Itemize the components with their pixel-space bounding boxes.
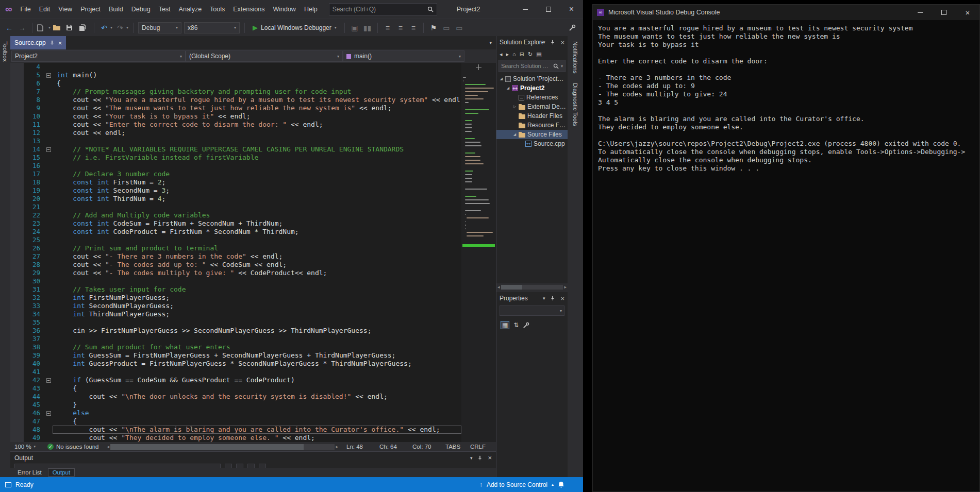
solution-configuration-dropdown[interactable]: Debug ▾ xyxy=(138,22,181,33)
zoom-control[interactable]: 100 % ▾ xyxy=(14,444,44,450)
tree-expander-icon[interactable]: ◢ xyxy=(505,86,511,90)
menu-debug[interactable]: Debug xyxy=(127,4,155,15)
pin-icon[interactable] xyxy=(550,296,555,301)
navigate-bookmarks-icon[interactable]: ≡ xyxy=(395,24,406,32)
code-line-35[interactable]: 35 xyxy=(10,318,461,327)
code-line-6[interactable]: 6{ xyxy=(10,79,461,88)
properties-header[interactable]: Properties ▾ × xyxy=(496,292,568,304)
code-line-5[interactable]: 5−int main() xyxy=(10,71,461,79)
break-all-icon[interactable]: ▮▮ xyxy=(362,24,373,32)
chevron-down-icon[interactable]: ▾ xyxy=(543,40,545,45)
nav-scope-dropdown[interactable]: (Global Scope) ▾ xyxy=(186,50,343,62)
show-output-from-dropdown[interactable] xyxy=(14,464,221,468)
navigate-forward-icon[interactable]: → xyxy=(17,24,27,32)
tree-item-source-files[interactable]: ◢Source Files xyxy=(496,130,568,139)
console-output[interactable]: You are a masterful rogue hired by a mus… xyxy=(593,20,979,491)
close-icon[interactable]: × xyxy=(560,295,564,302)
close-button[interactable]: × xyxy=(560,0,583,19)
menu-tools[interactable]: Tools xyxy=(206,4,229,15)
home-icon[interactable]: ⌂ xyxy=(512,51,516,57)
code-line-27[interactable]: 27 cout << "- There are 3 numbers in the… xyxy=(10,252,461,261)
tree-item-header-files[interactable]: Header Files xyxy=(496,111,568,121)
show-all-files-icon[interactable]: ▤ xyxy=(536,51,541,58)
fold-collapse-icon[interactable]: − xyxy=(46,411,51,416)
output-tool-icon[interactable] xyxy=(259,464,266,468)
minimap-scrollbar[interactable] xyxy=(461,63,496,442)
output-tool-icon[interactable] xyxy=(236,464,243,468)
pin-icon[interactable] xyxy=(49,40,55,45)
code-line-28[interactable]: 28 cout << "- The codes add up to: " << … xyxy=(10,261,461,269)
code-line-43[interactable]: 43 { xyxy=(10,384,461,393)
fold-collapse-icon[interactable]: − xyxy=(46,147,51,152)
tree-item-references[interactable]: References xyxy=(496,93,568,102)
issues-indicator[interactable]: ✓ No issues found xyxy=(47,444,98,450)
bottom-tab-output[interactable]: Output xyxy=(48,468,75,477)
code-line-13[interactable]: 13 xyxy=(10,137,461,145)
find-in-files-icon[interactable]: ≡ xyxy=(383,24,393,32)
output-panel-header[interactable]: Output ▾ × xyxy=(10,451,496,464)
chevron-down-icon[interactable]: ▾ xyxy=(561,64,563,69)
console-minimize-button[interactable] xyxy=(908,5,932,20)
menu-analyze[interactable]: Analyze xyxy=(175,4,206,15)
chevron-down-icon[interactable]: ▾ xyxy=(110,25,112,30)
feedback-tool-icon[interactable] xyxy=(569,24,579,31)
redo-icon[interactable]: ↷ xyxy=(115,24,125,32)
code-line-37[interactable]: 37 xyxy=(10,335,461,343)
code-line-33[interactable]: 33 int SecondNumPlayerGuess; xyxy=(10,302,461,310)
menu-view[interactable]: View xyxy=(54,4,76,15)
code-line-45[interactable]: 45 } xyxy=(10,401,461,409)
code-editor[interactable]: 45−int main()6{7 // Prompt messages givi… xyxy=(10,63,461,442)
solution-explorer-hscrollbar[interactable]: ◂ ▸ xyxy=(496,283,568,291)
splitter-grip-icon[interactable] xyxy=(476,64,481,70)
minimize-button[interactable] xyxy=(513,0,537,19)
chevron-down-icon[interactable]: ▾ xyxy=(48,25,51,30)
wrench-icon[interactable] xyxy=(523,322,529,329)
bottom-tab-error-list[interactable]: Error List xyxy=(13,469,46,476)
code-line-41[interactable]: 41 xyxy=(10,368,461,376)
horizontal-scrollbar[interactable]: ◂ ▸ xyxy=(107,444,338,450)
tree-item-solution-project2-1-of-1-project[interactable]: ◢Solution 'Project2' (1 of 1 project) xyxy=(496,74,568,83)
quick-search-box[interactable]: Search (Ctrl+Q) xyxy=(329,3,437,15)
document-list-chevron-icon[interactable]: ▾ xyxy=(489,40,496,45)
console-close-button[interactable]: × xyxy=(956,5,979,20)
caret-up-icon[interactable]: ▴ xyxy=(552,482,554,487)
scrollbar-thumb[interactable] xyxy=(501,285,522,290)
code-line-31[interactable]: 31 // Takes user input for code xyxy=(10,285,461,294)
menu-extensions[interactable]: Extensions xyxy=(229,4,269,15)
code-line-7[interactable]: 7 // Prompt messages giving backstory an… xyxy=(10,88,461,96)
close-tab-icon[interactable]: × xyxy=(58,39,62,47)
code-line-39[interactable]: 39 int GuessSum = FirstNumPlayerGuess + … xyxy=(10,351,461,360)
scroll-right-icon[interactable]: ▸ xyxy=(336,444,338,449)
tabs-indicator[interactable]: TABS xyxy=(445,444,467,450)
code-line-4[interactable]: 4 xyxy=(10,63,461,71)
console-title-bar[interactable]: ∞ Microsoft Visual Studio Debug Console … xyxy=(593,5,979,20)
code-line-17[interactable]: 17 // Declare 3 number code xyxy=(10,170,461,178)
code-line-18[interactable]: 18 const int FirstNum = 2; xyxy=(10,178,461,186)
save-all-icon[interactable] xyxy=(79,24,89,31)
notifications-vertical-tab[interactable]: Notifications xyxy=(572,41,578,74)
menu-edit[interactable]: Edit xyxy=(35,4,55,15)
categorized-icon[interactable]: ▦ xyxy=(501,321,509,329)
code-line-29[interactable]: 29 cout << "- The codes multiply to give… xyxy=(10,269,461,277)
nav-member-dropdown[interactable]: main() ▾ xyxy=(343,50,464,62)
fold-collapse-icon[interactable]: − xyxy=(46,73,51,78)
forward-icon[interactable]: ▸ xyxy=(506,51,509,58)
chevron-down-icon[interactable]: ▾ xyxy=(126,25,128,30)
code-line-25[interactable]: 25 xyxy=(10,236,461,244)
code-line-46[interactable]: 46− else xyxy=(10,409,461,417)
line-ending-indicator[interactable]: CRLF xyxy=(470,444,492,450)
menu-build[interactable]: Build xyxy=(105,4,127,15)
comment-out-icon[interactable]: ▭ xyxy=(441,24,452,32)
tree-item-source-cpp[interactable]: Source.cpp xyxy=(496,139,568,148)
bell-icon[interactable] xyxy=(558,481,564,488)
pin-icon[interactable] xyxy=(477,455,483,461)
scrollbar-track[interactable] xyxy=(110,444,335,450)
bookmark-flag-icon[interactable]: ⚑ xyxy=(428,24,439,32)
tree-item-project2[interactable]: ◢Project2 xyxy=(496,83,568,93)
output-tool-icon[interactable] xyxy=(225,464,232,468)
code-line-8[interactable]: 8 cout << "You are a masterful rogue hir… xyxy=(10,96,461,104)
code-line-44[interactable]: 44 cout << "\nThe door unlocks and the s… xyxy=(10,393,461,401)
scroll-left-icon[interactable]: ◂ xyxy=(107,444,109,449)
uncomment-icon[interactable]: ▭ xyxy=(454,24,464,32)
menu-file[interactable]: File xyxy=(16,4,35,15)
